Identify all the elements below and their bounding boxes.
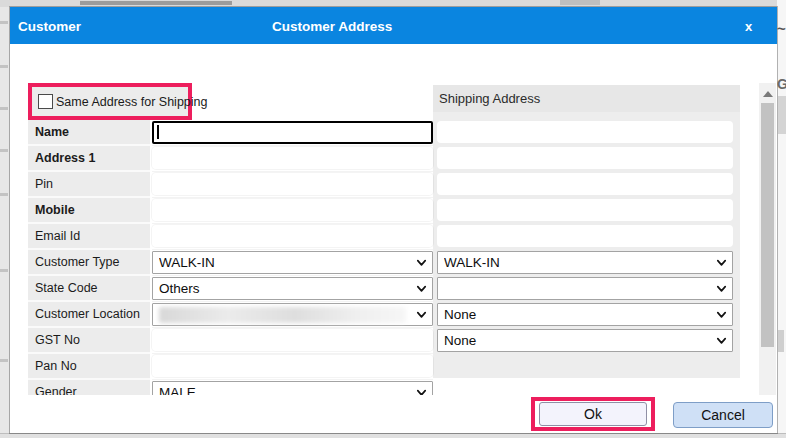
field-label: Pan No	[28, 354, 150, 380]
vertical-scrollbar[interactable]	[759, 83, 776, 430]
shipping-name-input[interactable]	[437, 121, 733, 143]
shipping-address1-input[interactable]	[437, 147, 733, 169]
customer-address-dialog: Customer Customer Address x Shipping Add…	[10, 7, 777, 433]
state-code-select[interactable]: Others	[152, 277, 433, 300]
background-artifact	[778, 96, 786, 134]
field-label: Pin	[28, 172, 150, 198]
form-row-email: Email Id	[28, 224, 741, 250]
background-page-top	[0, 0, 786, 7]
form-row-name: Name	[28, 120, 741, 146]
gst-no-input[interactable]	[152, 329, 433, 351]
chevron-down-icon	[714, 282, 728, 296]
field-label: Customer Type	[28, 250, 150, 276]
customer-form: Name Address 1 Pin	[28, 120, 741, 432]
background-page-right: ~ G	[777, 0, 786, 438]
form-row-pin: Pin	[28, 172, 741, 198]
shipping-email-input[interactable]	[437, 225, 733, 247]
background-page-left	[0, 7, 10, 438]
name-input[interactable]	[152, 121, 433, 144]
customer-location-select[interactable]	[152, 303, 433, 326]
shipping-state-code-select[interactable]	[437, 277, 733, 300]
field-label: GST No	[28, 328, 150, 354]
customer-type-select[interactable]: WALK-IN	[152, 251, 433, 274]
field-label: Customer Location	[28, 302, 150, 328]
field-label: Email Id	[28, 224, 150, 250]
form-row-customer-location: Customer Location None	[28, 302, 741, 328]
shipping-customer-type-select[interactable]: WALK-IN	[437, 251, 733, 274]
shipping-mobile-input[interactable]	[437, 199, 733, 221]
chevron-down-icon	[414, 308, 428, 322]
shipping-location-select[interactable]: None	[437, 303, 733, 326]
background-glyph: G	[777, 76, 786, 92]
pin-input[interactable]	[152, 173, 433, 195]
redacted-value	[159, 307, 406, 323]
text-caret	[157, 125, 159, 139]
background-artifact	[80, 1, 232, 5]
form-row-state-code: State Code Others	[28, 276, 741, 302]
shipping-address-header: Shipping Address	[433, 85, 740, 112]
background-artifact	[560, 0, 600, 5]
shipping-pin-input[interactable]	[437, 173, 733, 195]
scrollbar-thumb[interactable]	[761, 103, 774, 347]
background-artifact	[778, 330, 784, 352]
field-label: Name	[28, 120, 150, 146]
address1-input[interactable]	[152, 147, 433, 169]
chevron-down-icon	[714, 256, 728, 270]
email-input[interactable]	[152, 225, 433, 247]
same-address-checkbox[interactable]	[38, 94, 53, 109]
background-page-bottom	[0, 433, 786, 438]
chevron-down-icon	[414, 282, 428, 296]
dialog-header: Customer Customer Address x	[10, 7, 777, 44]
form-row-gst: GST No None	[28, 328, 741, 354]
same-address-highlight-frame: Same Address for Shipping	[28, 83, 192, 120]
dialog-title: Customer Address	[272, 18, 392, 33]
app-title: Customer	[18, 18, 81, 33]
form-row-address1: Address 1	[28, 146, 741, 172]
shipping-gst-select[interactable]: None	[437, 329, 733, 352]
background-glyph: ~	[777, 20, 786, 37]
ok-button[interactable]: Ok	[539, 402, 647, 426]
screen: ~ G Customer Customer Address x Shipping…	[0, 0, 786, 438]
chevron-down-icon	[414, 256, 428, 270]
chevron-down-icon	[714, 308, 728, 322]
field-label: Address 1	[28, 146, 150, 172]
form-row-pan: Pan No	[28, 354, 741, 380]
scroll-up-icon[interactable]	[763, 91, 773, 97]
field-label: State Code	[28, 276, 150, 302]
close-icon[interactable]: x	[745, 18, 752, 33]
dialog-body: Shipping Address Same Address for Shippi…	[10, 44, 777, 395]
dialog-footer: Ok Cancel	[10, 395, 777, 433]
ok-highlight-frame: Ok	[531, 397, 655, 431]
same-address-label: Same Address for Shipping	[56, 95, 207, 109]
mobile-input[interactable]	[152, 199, 433, 221]
field-label: Mobile	[28, 198, 150, 224]
form-row-mobile: Mobile	[28, 198, 741, 224]
cancel-button[interactable]: Cancel	[673, 402, 773, 428]
pan-no-input[interactable]	[152, 355, 433, 377]
form-row-customer-type: Customer Type WALK-IN WALK-IN	[28, 250, 741, 276]
chevron-down-icon	[714, 334, 728, 348]
